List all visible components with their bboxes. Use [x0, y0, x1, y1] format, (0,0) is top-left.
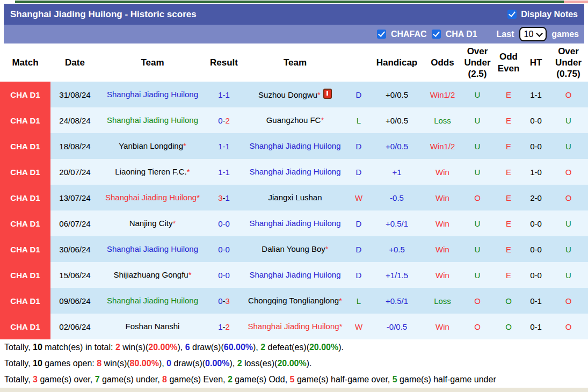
team-link[interactable]: Foshan Nanshi [126, 322, 180, 331]
summary-segment: 60.00% [224, 343, 253, 352]
column-header-6: Handicap [369, 43, 424, 82]
team-link[interactable]: Dalian Young Boy* [262, 244, 328, 253]
score-cell: 1-1 [206, 82, 242, 107]
column-header-5 [348, 43, 369, 82]
home-score: 0 [218, 116, 222, 125]
team-link[interactable]: Shanghai Jiading Huilong [249, 167, 340, 176]
date-cell: 13/07/24 [50, 185, 99, 210]
odds-cell: Win [424, 159, 461, 185]
team-link[interactable]: Guangzhou FC* [266, 115, 324, 125]
team-link[interactable]: Suzhou Dongwu* [258, 90, 321, 99]
ht-cell: 0-0 [523, 133, 549, 159]
summary-segment: 0 [166, 359, 171, 368]
date-cell: 24/08/24 [50, 107, 99, 133]
team-link[interactable]: Jiangxi Lushan [268, 193, 322, 202]
ht-cell: 0-0 [523, 236, 549, 262]
page-title: Shanghai Jiading Huilong - Historic scor… [10, 9, 197, 20]
chafac-label[interactable]: CHAFAC [391, 30, 427, 39]
team-link[interactable]: Liaoning Tieren F.C.* [115, 167, 190, 176]
team-link[interactable]: Shanghai Jiading Huilong [107, 115, 198, 125]
last-label: Last [497, 30, 514, 39]
team-link[interactable]: Shanghai Jiading Huilong* [105, 193, 200, 202]
table-row: CHA D115/06/24Shijiazhuang Gongfu*0-0Sha… [0, 262, 588, 288]
home-team-cell: Shijiazhuang Gongfu* [99, 262, 206, 288]
handicap-cell: +0/0.5 [369, 133, 424, 159]
star-marker: * [339, 296, 342, 305]
team-link[interactable]: Shanghai Jiading Huilong [249, 270, 340, 279]
top-strip-salmon [564, 1, 588, 3]
star-marker: * [197, 193, 200, 202]
score-cell: 0-0 [206, 262, 242, 288]
summary-segment: draw(s)( [190, 343, 224, 352]
odd-even-cell: E [494, 236, 523, 262]
league-cell: CHA D1 [0, 314, 50, 339]
score-cell: 1-1 [206, 159, 242, 185]
odds-cell: Win [424, 210, 461, 236]
chad1-label[interactable]: CHA D1 [446, 30, 477, 39]
ht-cell: 0-0 [523, 107, 549, 133]
summary-segment: ), [178, 343, 185, 352]
team-link[interactable]: Shanghai Jiading Huilong* [248, 322, 343, 331]
column-header-11: Over Under (0.75) [549, 43, 588, 82]
ht-cell: 0-0 [523, 210, 549, 236]
team-link[interactable]: Nanjing City* [129, 219, 176, 228]
team-link[interactable]: Shanghai Jiading Huilong [249, 219, 340, 228]
summary-segment: Totally, [4, 375, 33, 384]
over-under-075-cell: U [549, 107, 588, 133]
handicap-cell: -0/0.5 [369, 314, 424, 339]
team-link[interactable]: Shanghai Jiading Huilong [249, 141, 340, 150]
chevron-down-icon [536, 30, 543, 37]
team-link[interactable]: Shanghai Jiading Huilong [107, 296, 198, 305]
away-score: 0 [226, 271, 230, 280]
display-notes-label[interactable]: Display Notes [521, 10, 578, 19]
over-under-25-cell: U [461, 107, 494, 133]
away-score: 1 [226, 90, 230, 99]
team-link[interactable]: Yanbian Longding* [119, 141, 186, 150]
odds-cell: Win [424, 262, 461, 288]
away-score: 1 [226, 193, 230, 202]
summary-segment: 8 [97, 359, 101, 368]
team-link[interactable]: Chongqing Tonglianglong* [248, 296, 342, 305]
date-cell: 02/06/24 [50, 314, 99, 339]
table-row: CHA D113/07/24Shanghai Jiading Huilong*3… [0, 185, 588, 210]
summary-segment: win(s)( [120, 343, 148, 352]
score-cell: 3-1 [206, 185, 242, 210]
over-under-075-cell: O [549, 82, 588, 107]
over-under-075-cell: O [549, 288, 588, 314]
summary-segment: 6 [185, 343, 190, 352]
handicap-cell: +0.5 [369, 236, 424, 262]
date-cell: 30/06/24 [50, 236, 99, 262]
team-link[interactable]: Shanghai Jiading Huilong [107, 90, 198, 99]
chad1-checkbox[interactable] [432, 30, 441, 39]
column-header-4: Team [242, 43, 348, 82]
home-score: 3 [218, 193, 222, 202]
home-score: 1 [218, 142, 222, 151]
display-notes-checkbox[interactable] [507, 10, 517, 19]
odds-cell: Win [424, 185, 461, 210]
over-under-25-cell: O [461, 185, 494, 210]
result-letter-cell: L [348, 107, 369, 133]
summary-segment: loss(es)( [242, 359, 278, 368]
team-link[interactable]: Shanghai Jiading Huilong [107, 244, 198, 253]
games-label: games [551, 30, 579, 39]
games-count-select[interactable]: 10 [519, 27, 547, 41]
handicap-cell: +1 [369, 159, 424, 185]
date-cell: 18/08/24 [50, 133, 99, 159]
over-under-25-cell: O [461, 314, 494, 339]
odd-even-cell: E [494, 107, 523, 133]
chafac-checkbox[interactable] [377, 30, 386, 39]
summary-segment: match(es) in total: [42, 343, 115, 352]
summary-segment: Totally, [4, 359, 33, 368]
team-link[interactable]: Shijiazhuang Gongfu* [113, 270, 191, 279]
odd-even-cell: E [494, 210, 523, 236]
away-team-cell: Shanghai Jiading Huilong* [242, 314, 348, 339]
odd-even-cell: E [494, 262, 523, 288]
result-letter-cell: D [348, 133, 369, 159]
summary-segment: game(s) half-game over, [294, 375, 392, 384]
home-team-cell: Nanjing City* [99, 210, 206, 236]
away-score: 2 [226, 116, 230, 125]
table-row: CHA D120/07/24Liaoning Tieren F.C.*1-1Sh… [0, 159, 588, 185]
over-under-075-cell: O [549, 314, 588, 339]
summary-segment: 8 [162, 375, 167, 384]
column-header-7: Odds [424, 43, 461, 82]
